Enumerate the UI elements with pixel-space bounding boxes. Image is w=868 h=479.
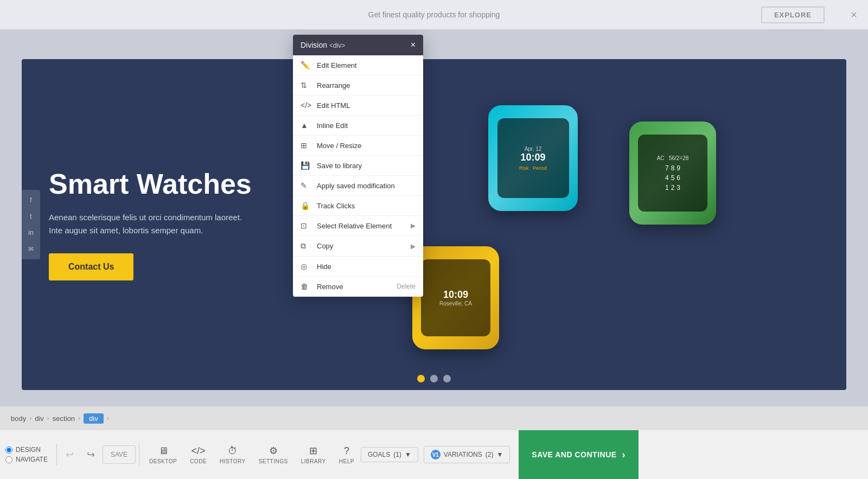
menu-item-move-resize[interactable]: ⊞ Move / Resize [293,136,423,156]
v-badge: V1 [431,450,441,459]
linkedin-icon[interactable]: in [25,227,37,239]
tools-right: GOALS (1) ▼ V1 VARIATIONS (2) ▼ SAVE AND… [361,430,639,479]
help-icon: ? [344,445,349,457]
breadcrumb-body[interactable]: body [11,414,26,423]
menu-item-remove[interactable]: 🗑 Remove Delete [293,277,423,297]
menu-label-hide: Hide [317,263,416,271]
top-bar-text: Get finest quality products for shopping [368,10,500,19]
watch-gold-location: Roseville, CA [439,301,472,306]
carousel-dot-3[interactable] [443,375,451,382]
menu-label-apply-saved: Apply saved modification [317,182,416,190]
code-icon: </> [301,101,311,110]
redo-button[interactable]: ↪ [81,445,100,464]
social-bar: f t in ✉ [22,190,40,259]
settings-label: SETTINGS [259,458,288,464]
watch-screen-green: AC 56/2=28 789 456 123 [638,135,707,212]
navigate-label: NAVIGATE [16,456,48,463]
variations-button[interactable]: V1 VARIATIONS (2) ▼ [424,446,510,463]
menu-label-select-relative: Select Relative Element [317,222,411,230]
history-icon: ⏱ [228,445,238,457]
watch-container: 10:09 Roseville, CA Apr, 12 10:09 Risk P… [401,89,727,360]
menu-item-copy[interactable]: ⧉ Copy ▶ [293,236,423,257]
menu-label-save-library: Save to library [317,162,416,170]
sep-2 [139,444,139,465]
navigate-option[interactable]: NAVIGATE [5,456,48,463]
menu-item-save-library[interactable]: 💾 Save to library [293,156,423,176]
settings-button[interactable]: ⚙ SETTINGS [252,442,295,468]
slide-heading: Smart Watches [49,169,255,200]
menu-item-rearrange[interactable]: ⇅ Rearrange [293,75,423,95]
slide-content: f t in ✉ Smart Watches Aenean scelerisqu… [22,59,846,390]
menu-label-remove: Remove [317,283,397,291]
twitter-icon[interactable]: t [25,210,37,222]
close-top-button[interactable]: × [851,9,857,21]
menu-close-button[interactable]: × [411,40,416,50]
facebook-icon[interactable]: f [25,194,37,206]
library-icon: ⊞ [309,445,317,457]
menu-item-edit-element[interactable]: ✏️ Edit Element [293,55,423,75]
goals-button[interactable]: GOALS (1) ▼ [361,447,418,462]
menu-item-inline-edit[interactable]: ▲ Inline Edit [293,116,423,136]
watch-teal-date: Apr, 12 [525,146,542,152]
menu-label-move-resize: Move / Resize [317,142,416,150]
library-label: LIBRARY [301,458,326,464]
help-label: HELP [339,458,354,464]
goals-count: (1) [393,451,401,458]
breadcrumb-section[interactable]: section [53,414,75,423]
design-radio[interactable] [5,446,12,454]
menu-label-edit-element: Edit Element [317,61,416,69]
variations-count: (2) [486,451,494,458]
menu-item-edit-html[interactable]: </> Edit HTML [293,95,423,116]
menu-item-track-clicks[interactable]: 🔒 Track Clicks [293,196,423,216]
code-button[interactable]: </> CODE [183,442,213,468]
pencil-icon: ✏️ [301,61,311,69]
explore-button[interactable]: EXPLORE [761,7,825,23]
navigate-radio[interactable] [5,456,12,463]
trash-icon: 🗑 [301,282,311,291]
carousel-dot-2[interactable] [430,375,438,382]
watch-gold: 10:09 Roseville, CA [412,246,499,349]
menu-item-apply-saved[interactable]: ✎ Apply saved modification [293,176,423,196]
breadcrumb-div-active[interactable]: div [84,413,104,424]
watch-teal-time: 10:09 [520,152,545,163]
top-bar: Get finest quality products for shopping… [0,0,868,29]
breadcrumb-sep-2: › [47,414,49,422]
contact-us-button[interactable]: Contact Us [49,253,133,280]
menu-item-hide[interactable]: ◎ Hide [293,257,423,277]
library-button[interactable]: ⊞ LIBRARY [295,442,333,468]
canvas-area: DIV#customCarousel1.carousel.slide f t i… [0,29,868,406]
breadcrumb-row: body › div › section › div › [0,406,868,430]
design-option[interactable]: DESIGN [5,446,48,454]
undo-redo-group: ↩ ↪ SAVE [60,445,136,464]
apply-icon: ✎ [301,181,311,190]
save-icon: 💾 [301,161,311,170]
menu-label-rearrange: Rearrange [317,81,416,90]
save-and-continue-button[interactable]: SAVE AND CONTINUE › [519,430,639,479]
settings-icon: ⚙ [269,445,278,457]
watch-screen-gold: 10:09 Roseville, CA [421,259,490,337]
email-icon[interactable]: ✉ [25,243,37,255]
context-menu: Division <div> × ✏️ Edit Element ⇅ Rearr… [293,35,423,297]
save-toolbar-button[interactable]: SAVE [103,445,136,464]
breadcrumb-sep-4: › [107,414,109,422]
sep-1 [56,444,57,465]
carousel-dot-1[interactable] [417,375,425,382]
menu-item-select-relative[interactable]: ⊡ Select Relative Element ▶ [293,216,423,236]
menu-label-track-clicks: Track Clicks [317,202,416,210]
menu-label-inline-edit: Inline Edit [317,122,416,130]
history-button[interactable]: ⏱ HISTORY [213,442,252,468]
design-label: DESIGN [16,446,41,454]
copy-arrow: ▶ [411,242,416,250]
watch-green-keypad: 789 456 123 [665,164,680,191]
desktop-button[interactable]: 🖥 DESKTOP [143,442,183,468]
variations-label: VARIATIONS [444,451,482,458]
history-label: HISTORY [220,458,246,464]
watch-teal-indicators: Risk Period [519,165,547,171]
undo-button[interactable]: ↩ [60,445,79,464]
menu-header: Division <div> × [293,35,423,55]
help-button[interactable]: ? HELP [333,442,361,468]
slide-body: Aenean scelerisque felis ut orci condime… [49,211,255,237]
breadcrumb-div[interactable]: div [35,414,44,423]
breadcrumb-sep-1: › [29,414,31,422]
watch-green-label: AC 56/2=28 [657,155,689,161]
